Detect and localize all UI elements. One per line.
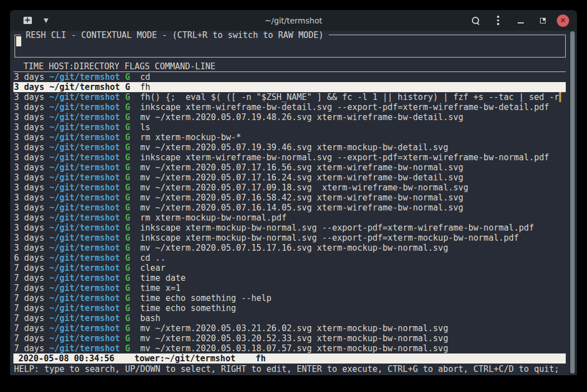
history-row[interactable]: 7 days ~/git/termshot G clear xyxy=(13,263,566,273)
row-command: time x=1 xyxy=(130,283,181,293)
row-time: 7 days xyxy=(14,313,49,323)
row-host-directory: ~/git/termshot xyxy=(49,112,120,122)
row-time: 3 days xyxy=(14,92,49,102)
row-flags: G xyxy=(120,333,130,343)
row-time: 7 days xyxy=(14,333,49,343)
history-row[interactable]: 6 days ~/git/termshot G cd .. xyxy=(13,253,566,263)
history-row[interactable]: 3 days ~/git/termshot G ls xyxy=(13,122,566,132)
history-row[interactable]: 3 days ~/git/termshot G cd xyxy=(13,72,566,82)
row-time: 7 days xyxy=(14,343,49,353)
new-tab-button[interactable] xyxy=(19,13,36,28)
row-time: 3 days xyxy=(14,82,49,92)
row-time: 3 days xyxy=(14,223,49,233)
row-time: 3 days xyxy=(14,213,49,223)
row-host-directory: ~/git/termshot xyxy=(49,303,120,313)
row-flags: G xyxy=(120,303,130,313)
row-time: 3 days xyxy=(14,173,49,183)
row-command: mv ~/xterm.2020.05.03.20.52.33.svg xterm… xyxy=(130,333,448,343)
row-flags: G xyxy=(120,112,130,122)
search-button[interactable] xyxy=(467,13,484,28)
history-row[interactable]: 7 days ~/git/termshot G time date xyxy=(13,273,566,283)
scrollbar[interactable] xyxy=(569,31,577,375)
row-time: 3 days xyxy=(14,162,49,173)
row-flags: G xyxy=(120,283,130,293)
history-row[interactable]: 7 days ~/git/termshot G time x=1 xyxy=(13,283,566,293)
history-row[interactable]: 7 days ~/git/termshot G time echo someth… xyxy=(13,293,566,303)
history-row[interactable]: 3 days ~/git/termshot G rm xterm-mockup-… xyxy=(13,132,566,142)
status-location: tower:~/git/termshot xyxy=(135,353,236,364)
history-row[interactable]: 3 days ~/git/termshot G fh() {; eval $( … xyxy=(13,92,566,102)
history-row[interactable]: 3 days ~/git/termshot G mv ~/xterm.2020.… xyxy=(13,162,566,173)
row-command: ls xyxy=(130,122,150,132)
row-time: 3 days xyxy=(14,183,49,193)
history-row[interactable]: 3 days ~/git/termshot G inkscape xterm-m… xyxy=(13,223,566,233)
row-host-directory: ~/git/termshot xyxy=(49,263,120,273)
history-row[interactable]: 3 days ~/git/termshot G inkscape xterm-m… xyxy=(13,233,566,243)
scrollbar-thumb[interactable] xyxy=(570,31,575,374)
minimize-button[interactable] xyxy=(512,13,529,28)
row-flags: G xyxy=(120,253,130,263)
history-row[interactable]: 7 days ~/git/termshot G mv ~/xterm.2020.… xyxy=(13,343,566,353)
row-command: inkscape xterm-mockup-bw-normal.svg --ex… xyxy=(130,233,519,243)
text-cursor xyxy=(16,36,21,46)
row-flags: G xyxy=(120,273,130,283)
row-flags: G xyxy=(120,293,130,303)
history-row[interactable]: 3 days ~/git/termshot G mv ~/xterm.2020.… xyxy=(13,183,566,193)
history-row[interactable]: 7 days ~/git/termshot G time echo someth… xyxy=(13,303,566,313)
row-host-directory: ~/git/termshot xyxy=(49,313,120,323)
row-command: time date xyxy=(130,273,186,283)
row-time: 3 days xyxy=(14,112,49,122)
history-row[interactable]: 7 days ~/git/termshot G bash xyxy=(13,313,566,323)
row-host-directory: ~/git/termshot xyxy=(49,203,120,213)
row-command: mv ~/xterm.2020.05.07.17.09.18.svg xterm… xyxy=(130,183,468,193)
row-command: inkscape xterm-mockup-bw-normal.svg --ex… xyxy=(130,223,534,233)
row-time: 3 days xyxy=(14,102,49,112)
row-command: mv ~/xterm.2020.05.07.17.16.56.svg xterm… xyxy=(130,162,463,173)
titlebar: ▼ ~/git/termshot ✕ xyxy=(10,10,577,31)
resh-search-box[interactable]: RESH CLI - CONTEXTUAL MODE - (CTRL+R to … xyxy=(15,35,566,58)
history-row[interactable]: 3 days ~/git/termshot G fh xyxy=(13,82,566,92)
row-host-directory: ~/git/termshot xyxy=(49,333,120,343)
row-flags: G xyxy=(120,323,130,333)
close-button[interactable]: ✕ xyxy=(557,15,569,27)
history-row[interactable]: 3 days ~/git/termshot G mv ~/xterm.2020.… xyxy=(13,173,566,183)
history-row[interactable]: 3 days ~/git/termshot G mv ~/xterm.2020.… xyxy=(13,112,566,122)
restore-icon xyxy=(540,18,546,23)
row-host-directory: ~/git/termshot xyxy=(49,92,120,102)
history-row[interactable]: 3 days ~/git/termshot G inkscape xterm-w… xyxy=(13,102,566,112)
history-row[interactable]: 3 days ~/git/termshot G mv ~/xterm.2020.… xyxy=(13,243,566,253)
history-row[interactable]: 3 days ~/git/termshot G mv ~/xterm.2020.… xyxy=(13,203,566,213)
history-row[interactable]: 3 days ~/git/termshot G mv ~/xterm.2020.… xyxy=(13,142,566,152)
history-row[interactable]: 3 days ~/git/termshot G inkscape xterm-w… xyxy=(13,152,566,162)
menu-button[interactable] xyxy=(490,13,506,28)
history-row[interactable]: 7 days ~/git/termshot G mv ~/xterm.2020.… xyxy=(13,323,566,333)
row-command: time echo something xyxy=(130,303,236,313)
history-row[interactable]: 3 days ~/git/termshot G mv ~/xterm.2020.… xyxy=(13,193,566,203)
row-command: mv ~/xterm.2020.05.07.17.16.24.svg xterm… xyxy=(130,173,463,183)
row-command: cd .. xyxy=(130,253,165,263)
row-command: mv ~/xterm.2020.05.03.18.07.57.svg xterm… xyxy=(130,343,448,353)
restore-button[interactable] xyxy=(534,13,551,28)
row-host-directory: ~/git/termshot xyxy=(49,173,120,183)
history-row[interactable]: 3 days ~/git/termshot G rm xterm-mockup-… xyxy=(13,213,566,223)
row-host-directory: ~/git/termshot xyxy=(49,283,120,293)
row-flags: G xyxy=(120,102,130,112)
truncation-artifact-icon: ▍ xyxy=(559,92,564,102)
row-host-directory: ~/git/termshot xyxy=(49,213,120,223)
help-line: HELP: type to search, UP/DOWN to select,… xyxy=(13,364,576,374)
menu-kebab-icon xyxy=(497,16,499,25)
dropdown-caret-icon[interactable]: ▼ xyxy=(44,17,48,24)
row-flags: G xyxy=(120,183,130,193)
history-row[interactable]: 7 days ~/git/termshot G mv ~/xterm.2020.… xyxy=(13,333,566,343)
row-command: mv ~/xterm.2020.05.07.15.17.16.svg xterm… xyxy=(130,243,448,253)
terminal-window: ▼ ~/git/termshot ✕ RESH CLI - CONTEXTUAL… xyxy=(10,10,577,375)
close-icon: ✕ xyxy=(560,17,566,24)
row-flags: G xyxy=(120,142,130,152)
status-bar: 2020-05-08 00:34:56tower:~/git/termshotf… xyxy=(13,353,566,364)
row-command: inkscape xterm-wireframe-bw-detail.svg -… xyxy=(130,102,550,112)
row-host-directory: ~/git/termshot xyxy=(49,82,120,92)
row-host-directory: ~/git/termshot xyxy=(49,323,120,333)
row-time: 3 days xyxy=(14,122,49,132)
row-flags: G xyxy=(120,233,130,243)
row-flags: G xyxy=(120,152,130,162)
